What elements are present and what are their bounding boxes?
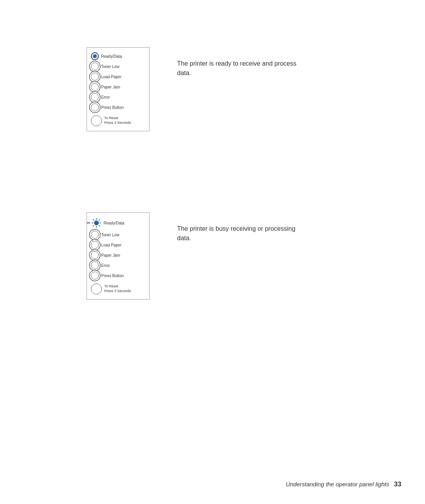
svg-line-6: [99, 219, 100, 221]
panel2-row-press-button: Press Button: [91, 272, 145, 280]
footer: Understanding the operator panel lights …: [286, 480, 401, 488]
svg-point-8: [94, 221, 99, 225]
panel2-row-toner-low: Toner Low: [91, 231, 145, 239]
description-2: The printer is busy receiving or process…: [177, 224, 311, 243]
panel-diagram-2: Ready/Data Toner Low Load Paper Paper Ja…: [87, 212, 150, 300]
svg-line-5: [99, 225, 100, 226]
panel2-reset-button-indicator: [91, 283, 102, 294]
error-indicator: [91, 93, 99, 101]
panel-row-error: Error: [91, 93, 145, 101]
panel2-row-paper-jam: Paper Jam: [91, 251, 145, 259]
dash-line: [87, 223, 90, 223]
panel2-ready-data-label: Ready/Data: [103, 221, 124, 225]
press-button-indicator: [91, 103, 99, 111]
panel-row-paper-jam: Paper Jam: [91, 83, 145, 91]
panel2-reset-label: To ResetPress 3 Seconds: [104, 284, 131, 293]
panel-row-reset: To ResetPress 3 Seconds: [91, 115, 145, 126]
svg-line-4: [93, 219, 94, 221]
error-label: Error: [101, 95, 110, 99]
ready-data-inner-dot: [93, 54, 97, 58]
panel2-row-reset: To ResetPress 3 Seconds: [91, 283, 145, 294]
ready-data-label: Ready/Data: [101, 54, 122, 59]
panel-row-load-paper: Load Paper: [91, 73, 145, 81]
footer-page-number: 33: [394, 480, 401, 488]
load-paper-label: Load Paper: [101, 75, 122, 79]
panel2-press-button-label: Press Button: [101, 274, 124, 278]
svg-line-7: [93, 225, 94, 226]
panel2-press-button-indicator: [91, 272, 99, 280]
panel2-row-ready: Ready/Data: [91, 217, 145, 228]
panel2-row-load-paper: Load Paper: [91, 241, 145, 249]
description-1: The printer is ready to receive and proc…: [177, 59, 311, 78]
paper-jam-indicator: [91, 83, 99, 91]
panel-row-press-button: Press Button: [91, 103, 145, 111]
ready-data-indicator: [91, 52, 99, 60]
load-paper-indicator: [91, 73, 99, 81]
press-button-label: Press Button: [101, 105, 124, 110]
toner-low-indicator: [91, 63, 99, 70]
panel2-paper-jam-indicator: [91, 251, 99, 259]
sun-rays-icon: [91, 217, 102, 228]
reset-button-indicator: [91, 115, 102, 126]
description-1-text: The printer is ready to receive and proc…: [177, 60, 296, 76]
panel2-load-paper-indicator: [91, 241, 99, 249]
panel2-load-paper-label: Load Paper: [101, 243, 122, 247]
blinking-ready-indicator: [91, 217, 102, 228]
panel2-toner-low-label: Toner Low: [101, 233, 119, 237]
description-2-text: The printer is busy receiving or process…: [177, 225, 296, 241]
panel2-row-error: Error: [91, 261, 145, 269]
panel2-error-label: Error: [101, 263, 110, 268]
panel-row-ready: Ready/Data: [91, 52, 145, 60]
paper-jam-label: Paper Jam: [101, 85, 120, 89]
reset-label: To ResetPress 3 Seconds: [104, 116, 131, 125]
panel-diagram-1: Ready/Data Toner Low Load Paper Paper Ja…: [87, 47, 150, 131]
panel2-toner-low-indicator: [91, 231, 99, 239]
panel2-paper-jam-label: Paper Jam: [101, 253, 120, 258]
panel-row-toner-low: Toner Low: [91, 63, 145, 70]
panel2-error-indicator: [91, 261, 99, 269]
page-content: Ready/Data Toner Low Load Paper Paper Ja…: [0, 0, 425, 504]
toner-low-label: Toner Low: [101, 64, 119, 69]
footer-italic-text: Understanding the operator panel lights: [286, 481, 389, 487]
